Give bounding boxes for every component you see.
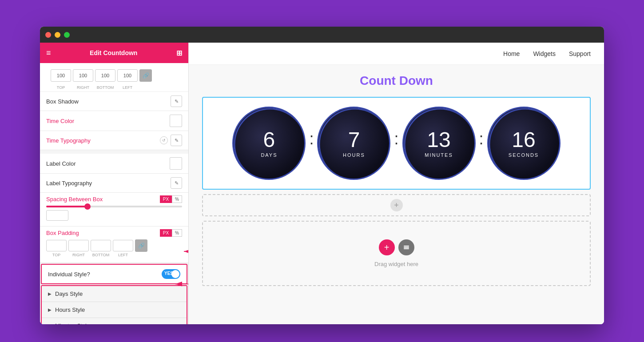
panel-content: 🔗 TOP RIGHT BOTTOM LEFT Box Shadow ✎ (40, 63, 188, 324)
hours-style-item[interactable]: ▶ Hours Style (42, 302, 187, 318)
minutes-number: 13 (427, 129, 450, 151)
minutes-label: MINUTES (425, 152, 453, 158)
panel-header: ≡ Edit Countdown ⊞ (40, 43, 188, 63)
seconds-number: 16 (512, 129, 535, 151)
maximize-btn[interactable] (64, 32, 70, 38)
toggle-knob (171, 270, 179, 278)
minutes-style-label: Minutes Style (55, 322, 90, 324)
pct-unit-btn[interactable]: % (172, 195, 182, 203)
slider-value-input[interactable] (46, 210, 68, 221)
slider-header: Spacing Between Box PX % (46, 195, 182, 203)
left-panel: ≡ Edit Countdown ⊞ 🔗 (40, 43, 189, 324)
countdown-widget: 6 DAYS : 7 HOURS : (202, 97, 591, 190)
time-color-row: Time Color (40, 111, 188, 131)
individual-style-toggle[interactable]: YES (162, 269, 180, 279)
link-padding-icon[interactable]: 🔗 (135, 239, 147, 252)
padding-left-input[interactable] (113, 240, 133, 251)
link-spacing-icon[interactable]: 🔗 (139, 69, 152, 82)
days-circle: 6 DAYS (232, 107, 306, 180)
minutes-style-item[interactable]: ▶ Minutes Style (42, 318, 187, 324)
toggle-track[interactable]: YES (162, 269, 180, 279)
hours-circle: 7 HOURS (317, 107, 390, 180)
sep-3: : (476, 130, 487, 148)
countdown-days: 6 DAYS (232, 107, 306, 180)
nav-widgets[interactable]: Widgets (533, 50, 556, 57)
minimize-btn[interactable] (55, 32, 60, 38)
box-padding-section: Box Padding PX % 🔗 TOP (40, 227, 188, 263)
browser-titlebar (40, 27, 604, 43)
panel-title: Edit Countdown (90, 49, 137, 56)
hours-chevron-icon: ▶ (48, 307, 52, 312)
spacing-labels: TOP RIGHT BOTTOM LEFT (45, 85, 183, 91)
minutes-circle: 13 MINUTES (402, 107, 476, 180)
slider-track[interactable] (46, 206, 182, 207)
padding-right-input[interactable] (68, 240, 89, 251)
time-typography-row: Time Typography ↺ ✎ (40, 131, 188, 150)
minutes-chevron-icon: ▶ (48, 323, 52, 324)
nav-support[interactable]: Support (569, 50, 591, 57)
spacing-between-label: Spacing Between Box (46, 196, 103, 203)
pad-label-bottom: BOTTOM (91, 253, 111, 257)
label-typography-row: Label Typography ✎ (40, 174, 188, 193)
style-sections-container: ▶ Days Style ▶ Hours Style ▶ Minutes Sty… (41, 285, 187, 324)
drop-text: Drag widget here (374, 261, 418, 267)
drop-section: + Drag widget here (202, 221, 591, 286)
countdown-hours: 7 HOURS (317, 107, 390, 180)
hamburger-icon[interactable]: ≡ (46, 48, 51, 58)
nav-home[interactable]: Home (503, 50, 520, 57)
svg-rect-5 (404, 247, 409, 248)
seconds-label: SECONDS (509, 152, 539, 158)
drop-buttons: + (379, 239, 414, 255)
label-color-row: Label Color (40, 154, 188, 174)
box-shadow-edit-btn[interactable]: ✎ (171, 95, 182, 107)
time-color-box[interactable] (170, 115, 182, 127)
spacing-right-input[interactable] (73, 69, 93, 82)
close-btn[interactable] (45, 32, 51, 38)
sep-1: : (306, 130, 317, 148)
drop-add-btn[interactable]: + (379, 239, 395, 255)
spacing-left-input[interactable] (117, 69, 138, 82)
label-bottom: BOTTOM (95, 85, 115, 90)
time-typography-reset[interactable]: ↺ (160, 136, 168, 144)
browser-window: ≡ Edit Countdown ⊞ 🔗 (40, 27, 604, 324)
days-style-item[interactable]: ▶ Days Style (42, 286, 187, 302)
days-label: DAYS (261, 152, 277, 158)
spacing-bottom-input[interactable] (95, 69, 115, 82)
page-title: Count Down (202, 74, 591, 88)
drop-handle-btn[interactable] (398, 239, 414, 255)
padding-top-input[interactable] (46, 240, 67, 251)
individual-style-row: Individual Style? YES (41, 264, 187, 284)
svg-rect-4 (404, 246, 409, 247)
countdown-seconds: 16 SECONDS (487, 107, 561, 180)
hours-style-label: Hours Style (55, 306, 85, 313)
pad-label-top: TOP (46, 253, 67, 257)
padding-px-btn[interactable]: PX (160, 229, 172, 237)
spacing-top-input[interactable] (51, 69, 71, 82)
padding-bottom-input[interactable] (91, 240, 111, 251)
hours-number: 7 (348, 129, 360, 151)
padding-header: Box Padding PX % (46, 229, 182, 237)
px-unit-btn[interactable]: PX (160, 195, 172, 203)
slider-thumb[interactable] (84, 203, 91, 210)
sep-2: : (390, 130, 402, 148)
hours-label: HOURS (343, 152, 365, 158)
padding-labels: TOP RIGHT BOTTOM LEFT (46, 253, 182, 257)
time-typography-edit-btn[interactable]: ✎ (171, 135, 182, 146)
padding-pct-btn[interactable]: % (172, 229, 182, 237)
add-section: + (202, 194, 591, 216)
box-shadow-row: Box Shadow ✎ (40, 92, 188, 111)
time-color-label: Time Color (46, 118, 74, 124)
pad-label-left: LEFT (113, 253, 133, 257)
svg-rect-6 (404, 248, 409, 249)
grid-icon[interactable]: ⊞ (176, 49, 182, 57)
padding-inputs-row: 🔗 (46, 239, 182, 252)
add-section-btn[interactable]: + (390, 199, 403, 211)
time-typography-label: Time Typography (46, 137, 91, 144)
main-content: Home Widgets Support Count Down 6 DAYS (189, 43, 604, 324)
label-color-label: Label Color (46, 160, 76, 167)
label-typography-edit-btn[interactable]: ✎ (171, 177, 182, 189)
label-color-box[interactable] (170, 157, 182, 170)
browser-body: ≡ Edit Countdown ⊞ 🔗 (40, 43, 604, 324)
label-typography-label: Label Typography (46, 180, 92, 187)
unit-toggle: PX % (160, 195, 182, 203)
